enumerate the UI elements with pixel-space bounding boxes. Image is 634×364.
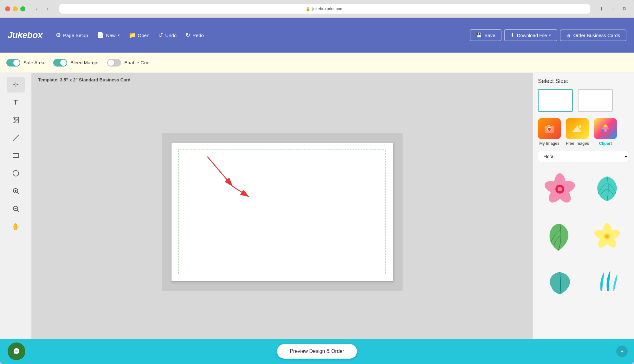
- page-setup-button[interactable]: ⚙ Page Setup: [51, 29, 92, 42]
- svg-point-4: [13, 170, 19, 176]
- bleed-margin-toggle[interactable]: [53, 59, 67, 67]
- enable-grid-knob: [108, 60, 114, 66]
- forward-button[interactable]: ›: [43, 4, 52, 13]
- download-icon: ⬇: [510, 32, 514, 38]
- hand-tool[interactable]: ✋: [7, 219, 25, 234]
- clipart-item-grass[interactable]: [585, 261, 629, 305]
- new-chevron-icon: ▾: [118, 33, 120, 37]
- enable-grid-toggle[interactable]: [107, 59, 121, 67]
- open-button[interactable]: 📁 Open: [124, 29, 154, 42]
- ellipse-tool[interactable]: [7, 165, 25, 181]
- image-tool[interactable]: [7, 112, 25, 128]
- clipart-item-teal-leaf[interactable]: [585, 167, 629, 211]
- tabs-icon[interactable]: ⧉: [620, 4, 629, 13]
- svg-point-42: [16, 351, 17, 352]
- nav-buttons: ‹ ›: [32, 4, 52, 13]
- clipart-source[interactable]: Clipart: [594, 118, 617, 146]
- new-icon: 📄: [97, 32, 104, 39]
- clipart-item-teal-plant[interactable]: [538, 261, 582, 305]
- zoom-out-tool[interactable]: [7, 201, 25, 217]
- download-chevron-icon: ▾: [549, 33, 551, 37]
- download-file-button[interactable]: ⬇ Download File ▾: [504, 29, 557, 41]
- svg-point-41: [15, 351, 16, 352]
- save-button[interactable]: 💾 Save: [470, 29, 501, 41]
- redo-button[interactable]: ↻ Redo: [181, 29, 208, 42]
- category-select[interactable]: Floral Animals Abstract Nature Geometric: [538, 151, 629, 162]
- safe-area-toggle-group: Safe Area: [6, 59, 44, 67]
- app-header: Jukebox ⚙ Page Setup 📄 New ▾ 📁 Open ↺ Un…: [0, 18, 634, 53]
- template-label: Template: 3.5" x 2" Standard Business Ca…: [32, 73, 533, 85]
- save-icon: 💾: [476, 32, 482, 38]
- page-setup-icon: ⚙: [56, 32, 61, 39]
- url-text: jukeboxprint.com: [312, 6, 343, 11]
- toolbar: Safe Area Bleed Margin Enable Grid: [0, 53, 634, 73]
- new-button[interactable]: 📄 New ▾: [93, 29, 124, 42]
- my-images-label: My Images: [539, 141, 560, 146]
- clipart-item-yellow-flower[interactable]: [585, 214, 629, 259]
- svg-point-1: [14, 118, 15, 119]
- redo-icon: ↻: [185, 32, 190, 39]
- address-bar[interactable]: 🔒 jukeboxprint.com: [59, 4, 590, 14]
- side-front-thumb[interactable]: [538, 89, 573, 112]
- window-controls: [5, 6, 25, 11]
- clipart-label: Clipart: [599, 141, 612, 146]
- enable-grid-toggle-group: Enable Grid: [107, 59, 149, 67]
- side-back-thumb[interactable]: [578, 89, 613, 112]
- clipart-item-pink-flower[interactable]: [538, 167, 582, 211]
- enable-grid-label: Enable Grid: [124, 60, 149, 65]
- image-source-row: My Images Free Imag: [538, 118, 629, 146]
- open-icon: 📁: [129, 32, 136, 39]
- preview-order-button[interactable]: Preview Design & Order: [277, 344, 357, 359]
- back-button[interactable]: ‹: [32, 4, 41, 13]
- main-content: ⊹ T: [0, 73, 634, 339]
- text-tool[interactable]: T: [7, 94, 25, 110]
- left-sidebar: ⊹ T: [0, 73, 32, 339]
- svg-point-25: [602, 129, 604, 132]
- free-images-source[interactable]: Free Images: [566, 118, 589, 146]
- line-tool[interactable]: [7, 130, 25, 146]
- svg-rect-3: [13, 154, 19, 157]
- clipart-item-green-leaf[interactable]: [538, 214, 582, 259]
- close-button[interactable]: [5, 6, 10, 11]
- logo: Jukebox: [8, 30, 42, 40]
- canvas-container: [162, 133, 403, 291]
- bleed-margin-toggle-group: Bleed Margin: [53, 59, 98, 67]
- bottom-bar: Preview Design & Order ▾: [0, 339, 634, 364]
- bottom-dropdown-icon[interactable]: ▾: [616, 346, 628, 357]
- mac-window: ‹ › 🔒 jukeboxprint.com ⬆ + ⧉ Jukebox ⚙ P…: [0, 0, 634, 364]
- browser-toolbar: ⬆ + ⧉: [597, 4, 629, 13]
- canvas-area: Template: 3.5" x 2" Standard Business Ca…: [32, 73, 533, 339]
- safe-area-toggle[interactable]: [6, 59, 20, 67]
- bleed-margin-knob: [60, 60, 67, 66]
- rectangle-tool[interactable]: [7, 148, 25, 163]
- camera-icon-bg: [538, 118, 561, 139]
- clipart-grid: [538, 167, 629, 305]
- svg-line-10: [17, 210, 19, 212]
- svg-point-23: [604, 125, 607, 127]
- my-images-source[interactable]: My Images: [538, 118, 561, 146]
- svg-point-43: [17, 351, 18, 352]
- mac-titlebar: ‹ › 🔒 jukeboxprint.com ⬆ + ⧉: [0, 0, 634, 18]
- chat-button[interactable]: [8, 342, 25, 360]
- maximize-button[interactable]: [20, 6, 25, 11]
- svg-point-21: [579, 125, 581, 128]
- share-icon[interactable]: ⬆: [597, 4, 606, 13]
- lock-icon: 🔒: [306, 7, 310, 11]
- safe-area-border: [178, 150, 386, 274]
- order-button[interactable]: 🖨 Order Business Cards: [560, 29, 626, 41]
- mountains-icon-bg: [566, 118, 589, 139]
- clipart-icon-bg: [594, 118, 617, 139]
- select-tool[interactable]: ⊹: [7, 77, 25, 93]
- undo-button[interactable]: ↺ Undo: [154, 29, 181, 42]
- add-tab-icon[interactable]: +: [609, 4, 618, 13]
- safe-area-label: Safe Area: [23, 60, 44, 65]
- zoom-in-tool[interactable]: [7, 183, 25, 199]
- header-right: 💾 Save ⬇ Download File ▾ 🖨 Order Busines…: [470, 29, 626, 41]
- canvas-card[interactable]: [171, 142, 393, 282]
- minimize-button[interactable]: [13, 6, 18, 11]
- app: Jukebox ⚙ Page Setup 📄 New ▾ 📁 Open ↺ Un…: [0, 18, 634, 364]
- canvas-wrapper[interactable]: [32, 85, 533, 339]
- side-thumbnails: [538, 89, 629, 112]
- svg-line-2: [13, 135, 19, 141]
- svg-point-17: [548, 128, 551, 131]
